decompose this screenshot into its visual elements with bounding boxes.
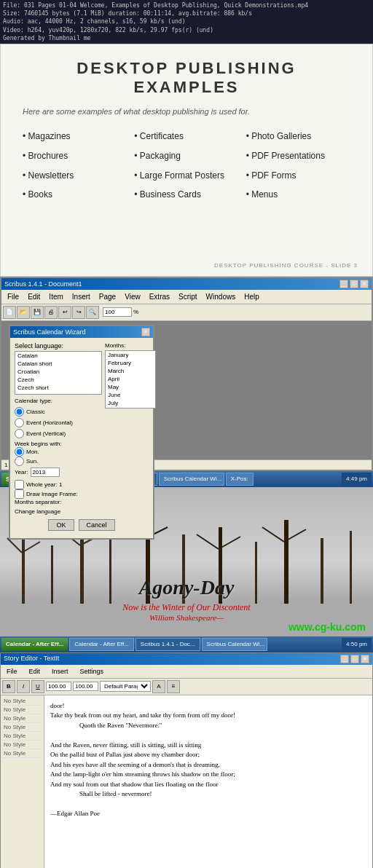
- scribus-window: Scribus 1.4.1 - Document1 _ □ ✕ File Edi…: [0, 277, 373, 471]
- dialog-close-button[interactable]: ✕: [141, 328, 150, 336]
- week-sun[interactable]: Sun.: [15, 457, 102, 466]
- style-panel: No Style No Style No Style No Style No S…: [1, 695, 44, 868]
- story-tb-underline[interactable]: U: [31, 680, 44, 693]
- menu-item[interactable]: Item: [44, 291, 67, 302]
- dialog-titlebar: Scribus Calendar Wizard ✕: [10, 326, 153, 338]
- menu-script[interactable]: Script: [174, 291, 202, 302]
- month-may[interactable]: May: [106, 383, 155, 391]
- toolbar-new[interactable]: 📄: [3, 306, 16, 319]
- story-editor-window: Story Editor - TextIt _ □ ✕ File Edit In…: [0, 652, 373, 868]
- menu-page[interactable]: Page: [95, 291, 120, 302]
- lang-catalan[interactable]: Catalan: [15, 352, 101, 360]
- font-size-1[interactable]: [46, 682, 71, 691]
- minimize-button[interactable]: _: [339, 280, 348, 288]
- draw-image-check[interactable]: Draw Image Frame:: [15, 489, 102, 499]
- toolbar-print[interactable]: 🖨: [44, 306, 58, 319]
- change-lang-btn[interactable]: Change language: [15, 508, 102, 515]
- slide-footer: DESKTOP PUBLISHING COURSE - SLIDE 3: [214, 262, 358, 269]
- cal-type-label: Calendar type:: [15, 398, 52, 404]
- cancel-button[interactable]: Cancel: [79, 519, 115, 531]
- story-menu-settings[interactable]: Settings: [76, 666, 109, 676]
- story-editor-titlebar: Story Editor - TextIt _ □ ✕: [1, 653, 372, 665]
- week-mon[interactable]: Mon.: [15, 447, 102, 457]
- menu-insert[interactable]: Insert: [68, 291, 95, 302]
- bullet-brochures: • Brochures: [23, 150, 127, 162]
- menu-help[interactable]: Help: [240, 291, 264, 302]
- bullet-col-3: • Photo Galleries • PDF Presentations • …: [246, 130, 350, 208]
- taskbar2-calendar[interactable]: Calendar - After Eff...: [69, 638, 134, 651]
- menu-extras[interactable]: Extras: [145, 291, 174, 302]
- style-item-1: No Style: [2, 697, 42, 706]
- style-item-7: No Style: [2, 749, 42, 758]
- story-tb-italic[interactable]: I: [17, 680, 30, 693]
- taskbar-xpos[interactable]: X-Pos:: [226, 473, 254, 486]
- whole-year-check[interactable]: Whole year: 1: [15, 480, 102, 489]
- scribus-menubar: File Edit Item Insert Page View Extras S…: [1, 290, 372, 304]
- cal-event-v[interactable]: Event (Vertical): [15, 429, 102, 438]
- slide-subtitle: Here are some examples of what desktop p…: [23, 107, 350, 116]
- month-apr[interactable]: April: [106, 375, 155, 383]
- month-aug[interactable]: August: [106, 407, 155, 409]
- menu-edit[interactable]: Edit: [23, 291, 44, 302]
- toolbar-save[interactable]: 💾: [31, 306, 44, 319]
- toolbar-undo[interactable]: ↩: [58, 306, 71, 319]
- month-mar[interactable]: March: [106, 367, 155, 375]
- watermark: www.cg-ku.com: [288, 621, 366, 633]
- story-text-area[interactable]: door! Take thy beak from out my heart, a…: [44, 695, 372, 868]
- ok-button[interactable]: OK: [48, 519, 74, 531]
- font-size-2[interactable]: [73, 682, 98, 691]
- bullet-packaging: • Packaging: [134, 150, 238, 162]
- lang-czech-short[interactable]: Czech short: [15, 384, 101, 392]
- menu-view[interactable]: View: [120, 291, 145, 302]
- month-jan[interactable]: January: [106, 351, 155, 359]
- year-input[interactable]: [31, 467, 60, 477]
- toolbar-zoom[interactable]: 🔍: [86, 306, 99, 319]
- year-label: Year:: [15, 469, 28, 476]
- maximize-button[interactable]: □: [350, 280, 358, 288]
- draw-image-label: Draw Image Frame:: [26, 491, 78, 497]
- paragraph-style-select[interactable]: No Style Default Paragraph Style The Rav…: [100, 681, 151, 692]
- menu-file[interactable]: File: [3, 291, 23, 302]
- whole-year-label: Whole year: 1: [26, 481, 62, 488]
- zoom-input[interactable]: [103, 307, 132, 317]
- lang-czech[interactable]: Czech: [15, 376, 101, 384]
- taskbar-wizard[interactable]: Scribus Calendar Wi...: [159, 473, 224, 486]
- story-tb-color[interactable]: A: [152, 680, 165, 693]
- slide-desktop-publishing: DESKTOP PUBLISHING EXAMPLES Here are som…: [0, 44, 373, 277]
- close-button[interactable]: ✕: [360, 280, 369, 288]
- lang-croatian[interactable]: Croatian: [15, 368, 101, 376]
- months-list[interactable]: January February March April May June Ju…: [105, 350, 156, 409]
- lang-catalan-short[interactable]: Catalan short: [15, 360, 101, 368]
- toolbar-redo[interactable]: ↪: [72, 306, 85, 319]
- bullet-books: • Books: [23, 189, 127, 201]
- lang-label: Select language:: [15, 342, 102, 350]
- story-menu-insert[interactable]: Insert: [47, 666, 73, 676]
- start-button-2[interactable]: Calendar - After Eff...: [1, 638, 68, 651]
- menu-windows[interactable]: Windows: [202, 291, 240, 302]
- toolbar-open[interactable]: 📂: [17, 306, 30, 319]
- quote-line1: Now is the Winter of Our Discontent: [0, 602, 373, 613]
- cal-event-h[interactable]: Event (Horizontal): [15, 418, 102, 427]
- story-menu-edit[interactable]: Edit: [25, 666, 45, 676]
- story-tb-align[interactable]: ≡: [167, 680, 180, 693]
- story-body: No Style No Style No Style No Style No S…: [1, 695, 372, 868]
- winter-text-overlay: Agony-Day Now is the Winter of Our Disco…: [0, 576, 373, 622]
- month-jun[interactable]: June: [106, 391, 155, 399]
- story-maximize[interactable]: □: [350, 655, 359, 663]
- month-feb[interactable]: February: [106, 359, 155, 367]
- month-jul[interactable]: July: [106, 399, 155, 407]
- story-menu-file[interactable]: File: [2, 666, 22, 676]
- bullet-col-1: • Magazines • Brochures • Newsletters • …: [23, 130, 127, 208]
- taskbar2-scribus[interactable]: Scribus 1.4.1 - Doc...: [136, 638, 200, 651]
- scribus-toolbar: 📄 📂 💾 🖨 ↩ ↪ 🔍 %: [1, 304, 372, 321]
- story-tb-bold[interactable]: B: [2, 680, 15, 693]
- story-close[interactable]: ✕: [361, 655, 369, 663]
- taskbar-2: Calendar - After Eff... Calendar - After…: [0, 636, 373, 652]
- week-label: Week begins with:: [15, 441, 62, 447]
- bullet-newsletters: • Newsletters: [23, 170, 127, 182]
- cal-classic[interactable]: Classic: [15, 407, 102, 417]
- language-list[interactable]: Catalan Catalan short Croatian Czech Cze…: [15, 351, 102, 395]
- taskbar2-wizard[interactable]: Scribus Calendar Wi...: [202, 638, 267, 651]
- story-minimize[interactable]: _: [340, 655, 349, 663]
- lang-finnish[interactable]: Finnish: [15, 392, 101, 395]
